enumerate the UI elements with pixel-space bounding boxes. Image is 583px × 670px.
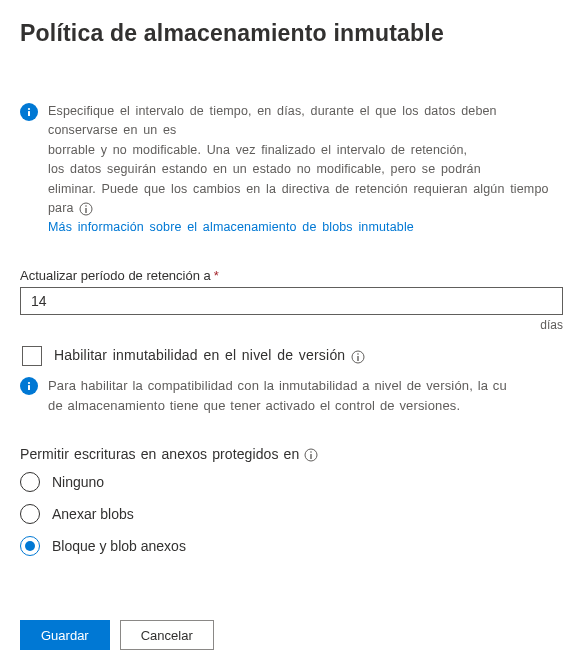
versioning-info: Para habilitar la compatibilidad con la … (20, 376, 563, 416)
cancel-button[interactable]: Cancelar (120, 620, 214, 650)
version-immutability-checkbox[interactable] (22, 346, 42, 366)
info-text-line: eliminar. Puede que los cambios en la di… (48, 182, 549, 215)
svg-point-5 (85, 205, 87, 207)
radio-option-none[interactable]: Ninguno (20, 472, 563, 492)
radio-button (20, 472, 40, 492)
svg-point-10 (28, 382, 30, 384)
svg-point-2 (28, 108, 30, 110)
radio-button (20, 504, 40, 524)
learn-more-link[interactable]: Más información sobre el almacenamiento … (48, 220, 414, 234)
info-icon (20, 377, 38, 395)
radio-option-append[interactable]: Anexar blobs (20, 504, 563, 524)
retention-label: Actualizar período de retención a * (20, 268, 563, 283)
info-text-line: Especifique el intervalo de tiempo, en d… (48, 104, 497, 137)
required-indicator: * (214, 268, 219, 283)
page-title: Política de almacenamiento inmutable (20, 20, 444, 47)
tooltip-icon[interactable] (79, 202, 93, 216)
tooltip-icon[interactable] (351, 350, 365, 364)
info-text-line: borrable y no modificable. Una vez final… (48, 143, 467, 157)
info-icon (20, 103, 38, 121)
retention-input[interactable] (20, 287, 563, 315)
save-button[interactable]: Guardar (20, 620, 110, 650)
info-text-line: Para habilitar la compatibilidad con la … (48, 378, 507, 393)
svg-point-13 (311, 451, 313, 453)
writes-group-label: Permitir escrituras en anexos protegidos… (20, 446, 563, 462)
tooltip-icon[interactable] (304, 448, 318, 462)
svg-rect-3 (28, 111, 30, 116)
radio-option-block-append[interactable]: Bloque y blob anexos (20, 536, 563, 556)
radio-label: Bloque y blob anexos (52, 538, 186, 554)
close-button[interactable] (531, 20, 563, 52)
info-text-line: de almacenamiento tiene que tener activa… (48, 398, 460, 413)
svg-rect-11 (28, 385, 30, 390)
radio-label: Anexar blobs (52, 506, 134, 522)
retention-info: Especifique el intervalo de tiempo, en d… (20, 102, 563, 238)
radio-label: Ninguno (52, 474, 104, 490)
info-text-line: los datos seguirán estando en un estado … (48, 162, 481, 176)
radio-button (20, 536, 40, 556)
svg-point-8 (357, 353, 359, 355)
version-immutability-label: Habilitar inmutabilidad en el nivel de v… (54, 347, 365, 363)
retention-unit: días (20, 318, 563, 332)
